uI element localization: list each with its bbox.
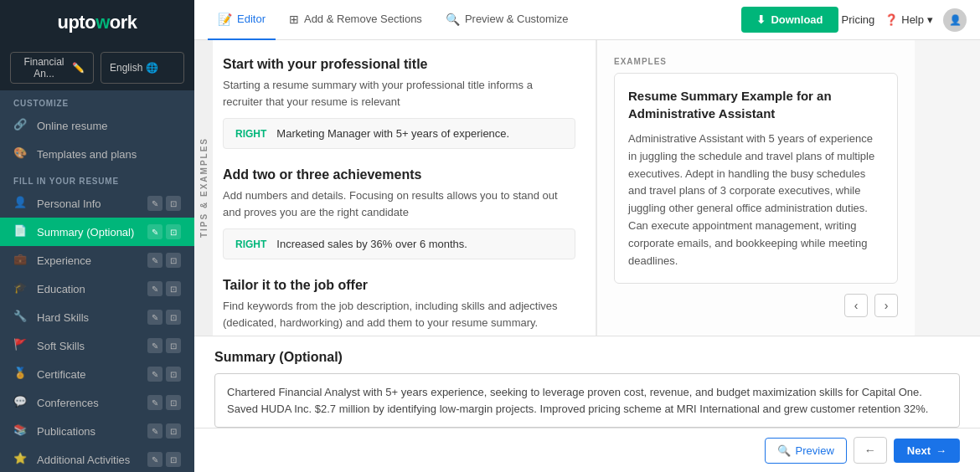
sidebar-item-publications[interactable]: 📚 Publications ✎ ⊡ <box>0 417 194 445</box>
additional-view-btn[interactable]: ⊡ <box>166 452 181 467</box>
help-label: Help <box>901 13 924 26</box>
education-view-btn[interactable]: ⊡ <box>166 281 181 296</box>
tab-editor[interactable]: 📝 Editor <box>208 0 276 40</box>
sidebar-item-certificate[interactable]: 🏅 Certificate ✎ ⊡ <box>0 360 194 388</box>
tip-title-badge: RIGHT <box>235 128 266 140</box>
help-menu[interactable]: ❓ Help ▾ <box>885 13 933 26</box>
sidebar-item-templates[interactable]: 🎨 Templates and plans <box>0 140 194 168</box>
preview-button[interactable]: 🔍 Preview <box>765 438 847 464</box>
next-button[interactable]: Next → <box>894 439 960 463</box>
sidebar-item-additional[interactable]: ⭐ Additional Activities ✎ ⊡ <box>0 445 194 472</box>
tips-content: Start with your professional title Start… <box>223 57 575 336</box>
tip-title-desc: Starting a resume summary with your prof… <box>223 77 575 110</box>
summary-section: Summary (Optional) Chartered Financial A… <box>194 336 980 428</box>
examples-card-text: Administrative Assistant with 5 years of… <box>628 131 884 269</box>
editor-icon: 📝 <box>218 13 232 26</box>
conferences-edit-btn[interactable]: ✎ <box>147 395 162 410</box>
logo: uptowork <box>0 0 194 45</box>
examples-prev-btn[interactable]: ‹ <box>844 294 868 317</box>
avatar-icon: 👤 <box>949 14 962 26</box>
personal-info-edit-btn[interactable]: ✎ <box>147 196 162 211</box>
experience-edit-btn[interactable]: ✎ <box>147 253 162 268</box>
tips-panel: TIPS & EXAMPLES Start with your professi… <box>194 40 596 336</box>
personal-info-view-btn[interactable]: ⊡ <box>166 196 181 211</box>
sidebar-item-soft-skills[interactable]: 🚩 Soft Skills ✎ ⊡ <box>0 331 194 360</box>
scrollable-content: TIPS & EXAMPLES Start with your professi… <box>194 40 980 336</box>
publications-view-btn[interactable]: ⊡ <box>166 423 181 439</box>
back-arrow-icon: ← <box>864 444 876 457</box>
download-button[interactable]: ⬇ Download <box>741 7 838 33</box>
additional-edit-btn[interactable]: ✎ <box>147 452 162 467</box>
certificate-actions: ✎ ⊡ <box>147 367 181 382</box>
soft-skills-edit-btn[interactable]: ✎ <box>147 338 162 353</box>
download-label: Download <box>771 13 823 26</box>
experience-label: Experience <box>37 254 139 267</box>
tip-professional-title: Start with your professional title Start… <box>223 57 575 149</box>
additional-actions: ✎ ⊡ <box>147 452 181 467</box>
content-wrapper: TIPS & EXAMPLES Start with your professi… <box>194 40 980 472</box>
personal-info-label: Personal Info <box>37 198 139 210</box>
conferences-view-btn[interactable]: ⊡ <box>166 395 181 410</box>
fill-label: FILL IN YOUR RESUME <box>0 168 194 189</box>
certificate-edit-btn[interactable]: ✎ <box>147 367 162 382</box>
download-icon: ⬇ <box>756 13 766 26</box>
add-remove-label: Add & Remove Sections <box>304 13 422 25</box>
publications-icon: 📚 <box>13 423 28 439</box>
tips-sidebar-text: TIPS & EXAMPLES <box>199 137 209 238</box>
sidebar-item-conferences[interactable]: 💬 Conferences ✎ ⊡ <box>0 388 194 417</box>
tip-tailor-desc: Find keywords from the job description, … <box>223 298 575 331</box>
summary-edit-btn[interactable]: ✎ <box>147 224 162 239</box>
examples-navigation: ‹ › <box>614 294 898 317</box>
hard-skills-actions: ✎ ⊡ <box>147 310 181 325</box>
hard-skills-edit-btn[interactable]: ✎ <box>147 310 162 325</box>
examples-card-title: Resume Summary Example for an Administra… <box>628 87 884 122</box>
tab-add-remove[interactable]: ⊞ Add & Remove Sections <box>279 0 432 40</box>
hard-skills-view-btn[interactable]: ⊡ <box>166 310 181 325</box>
certificate-icon: 🏅 <box>13 367 28 382</box>
additional-icon: ⭐ <box>13 452 28 467</box>
financial-btn[interactable]: Financial An... ✏️ <box>10 52 94 84</box>
sidebar-item-education[interactable]: 🎓 Education ✎ ⊡ <box>0 274 194 303</box>
education-actions: ✎ ⊡ <box>147 281 181 296</box>
sidebar-item-hard-skills[interactable]: 🔧 Hard Skills ✎ ⊡ <box>0 303 194 331</box>
back-button[interactable]: ← <box>854 437 887 464</box>
add-remove-icon: ⊞ <box>289 13 299 26</box>
customize-label: CUSTOMIZE <box>0 90 194 111</box>
pricing-link[interactable]: Pricing <box>842 13 875 26</box>
tip-achievements-badge: RIGHT <box>235 239 266 250</box>
preview-label: Preview <box>796 444 834 457</box>
language-btn[interactable]: English 🌐 <box>101 52 184 84</box>
education-edit-btn[interactable]: ✎ <box>147 281 162 296</box>
user-avatar[interactable]: 👤 <box>943 8 967 32</box>
next-arrow-icon: → <box>936 444 946 457</box>
summary-icon: 📄 <box>13 224 28 239</box>
soft-skills-label: Soft Skills <box>37 340 139 352</box>
sidebar-item-experience[interactable]: 💼 Experience ✎ ⊡ <box>0 246 194 274</box>
additional-label: Additional Activities <box>37 454 139 466</box>
personal-info-actions: ✎ ⊡ <box>147 196 181 211</box>
summary-view-btn[interactable]: ⊡ <box>166 224 181 239</box>
tab-preview[interactable]: 🔍 Preview & Customize <box>436 0 579 40</box>
preview-icon: 🔍 <box>777 444 791 457</box>
summary-section-title: Summary (Optional) <box>214 350 960 365</box>
soft-skills-view-btn[interactable]: ⊡ <box>166 338 181 353</box>
hard-skills-label: Hard Skills <box>37 311 139 324</box>
sidebar-item-personal-info[interactable]: 👤 Personal Info ✎ ⊡ <box>0 189 194 218</box>
globe-icon: 🌐 <box>146 62 158 74</box>
summary-actions: ✎ ⊡ <box>147 224 181 239</box>
financial-btn-label: Financial An... <box>19 56 69 80</box>
online-resume-icon: 🔗 <box>13 118 28 133</box>
publications-edit-btn[interactable]: ✎ <box>147 423 162 439</box>
publications-label: Publications <box>37 425 139 438</box>
certificate-view-btn[interactable]: ⊡ <box>166 367 181 382</box>
examples-next-btn[interactable]: › <box>874 294 898 317</box>
sidebar-item-online-resume[interactable]: 🔗 Online resume <box>0 111 194 140</box>
experience-view-btn[interactable]: ⊡ <box>166 253 181 268</box>
preview-nav-label: Preview & Customize <box>465 13 569 25</box>
tip-tailor-heading: Tailor it to the job offer <box>223 278 575 293</box>
main-area: 📝 Editor ⊞ Add & Remove Sections 🔍 Previ… <box>194 0 980 472</box>
sidebar-item-summary[interactable]: 📄 Summary (Optional) ✎ ⊡ <box>0 218 194 246</box>
tips-sidebar-bar: TIPS & EXAMPLES <box>194 40 213 336</box>
summary-text[interactable]: Chartered Financial Analyst with 5+ year… <box>214 373 960 428</box>
personal-info-icon: 👤 <box>13 196 28 211</box>
